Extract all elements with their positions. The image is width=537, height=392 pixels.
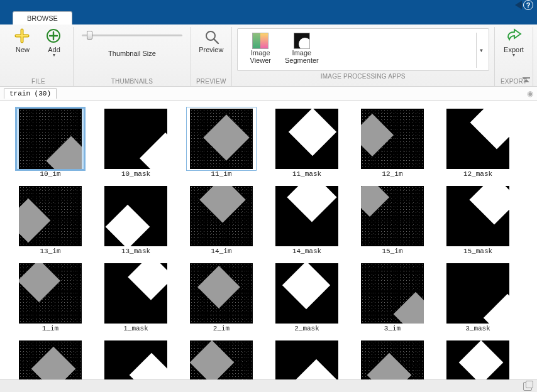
app-image-viewer[interactable]: Image Viewer bbox=[250, 33, 271, 64]
mask-thumbnail bbox=[275, 109, 338, 169]
thumbnail-cell[interactable]: 3_im bbox=[352, 261, 433, 332]
thumbnail-cell[interactable]: 11_mask bbox=[267, 107, 347, 178]
diamond-shape bbox=[203, 114, 250, 161]
thumbnail-caption: 11_mask bbox=[292, 170, 321, 178]
tab-actions-button[interactable]: ◉ bbox=[527, 89, 533, 98]
diamond-shape bbox=[470, 109, 509, 149]
thumbnail-caption: 10_mask bbox=[121, 170, 150, 178]
thumbnail-caption: 2_mask bbox=[294, 325, 319, 332]
diamond-shape bbox=[190, 340, 234, 379]
thumbnail-cell[interactable]: 5_mask bbox=[267, 339, 347, 379]
thumbnail-area[interactable]: 10_im10_mask11_im11_mask12_im12_mask13_i… bbox=[0, 101, 537, 379]
preview-button[interactable]: Preview bbox=[197, 28, 225, 53]
thumbnail-cell[interactable]: 6_im bbox=[352, 339, 433, 379]
tab-browse[interactable]: BROWSE bbox=[13, 11, 72, 24]
thumbnail-caption: 1_im bbox=[42, 325, 58, 332]
export-button[interactable]: Export ▼ bbox=[500, 28, 528, 57]
folder-tab-train[interactable]: train (30) bbox=[4, 88, 57, 99]
mask-thumbnail bbox=[446, 340, 509, 379]
diamond-shape bbox=[46, 136, 82, 169]
mask-thumbnail bbox=[275, 263, 338, 324]
new-button[interactable]: New bbox=[9, 28, 36, 53]
thumbnail-cell[interactable]: 14_mask bbox=[267, 184, 347, 255]
mask-thumbnail bbox=[446, 109, 509, 169]
diamond-shape bbox=[19, 199, 50, 243]
image-thumbnail bbox=[190, 109, 253, 169]
image-thumbnail bbox=[19, 109, 82, 169]
window-titlebar: ? bbox=[0, 0, 537, 10]
export-arrow-icon bbox=[506, 28, 522, 45]
thumbnail-cell[interactable]: 2_mask bbox=[267, 261, 347, 332]
thumbnail-caption: 13_mask bbox=[121, 248, 150, 255]
status-bar bbox=[0, 379, 537, 392]
image-thumbnail bbox=[190, 186, 253, 246]
thumbnail-cell[interactable]: 4_im bbox=[10, 339, 91, 379]
image-thumbnail bbox=[361, 186, 424, 246]
toolstrip: New Add ▼ FILE Thumbnail Size THUMBNAILS bbox=[0, 24, 537, 87]
thumbnail-cell[interactable]: 2_im bbox=[181, 261, 262, 332]
diamond-shape bbox=[19, 263, 60, 302]
diamond-shape bbox=[287, 186, 336, 222]
image-thumbnail bbox=[361, 109, 424, 169]
thumbnail-cell[interactable]: 1_im bbox=[10, 261, 91, 332]
thumbnail-cell[interactable]: 12_mask bbox=[438, 107, 518, 178]
thumbnail-cell[interactable]: 4_mask bbox=[96, 339, 176, 379]
apps-gallery-dropdown[interactable]: ▼ bbox=[476, 33, 486, 68]
diamond-shape bbox=[106, 205, 150, 246]
thumbnail-cell[interactable]: 5_im bbox=[181, 339, 262, 379]
chevron-down-icon: ▼ bbox=[52, 53, 57, 57]
thumbnail-caption: 15_mask bbox=[463, 248, 492, 255]
thumbnail-cell[interactable]: 12_im bbox=[352, 107, 433, 178]
thumbnail-cell[interactable]: 10_im bbox=[10, 107, 91, 178]
group-preview: Preview PREVIEW bbox=[191, 27, 232, 86]
thumbnail-caption: 14_mask bbox=[292, 248, 321, 255]
thumbnail-caption: 11_im bbox=[211, 170, 231, 178]
magnifier-icon bbox=[203, 28, 219, 45]
thumbnail-caption: 2_im bbox=[213, 325, 230, 332]
diamond-shape bbox=[140, 133, 167, 169]
toolstrip-tabstrip: BROWSE bbox=[0, 10, 537, 24]
thumbnail-size-slider[interactable] bbox=[82, 31, 182, 40]
plus-yellow-icon bbox=[14, 28, 31, 45]
mask-thumbnail bbox=[446, 186, 509, 246]
preview-label: Preview bbox=[199, 46, 223, 53]
image-viewer-l2: Viewer bbox=[250, 57, 271, 64]
thumbnail-caption: 12_mask bbox=[463, 170, 492, 178]
help-button[interactable]: ? bbox=[523, 0, 533, 10]
thumbnail-cell[interactable]: 6_mask bbox=[438, 339, 518, 379]
chevron-down-icon: ▼ bbox=[512, 53, 516, 57]
dock-layout-button[interactable] bbox=[523, 382, 532, 391]
diamond-shape bbox=[130, 353, 167, 379]
diamond-shape bbox=[197, 266, 240, 308]
image-viewer-l1: Image bbox=[251, 49, 270, 57]
mask-thumbnail bbox=[275, 186, 338, 246]
thumbnail-cell[interactable]: 15_im bbox=[352, 184, 433, 255]
thumbnail-cell[interactable]: 14_im bbox=[181, 184, 262, 255]
group-file: New Add ▼ FILE bbox=[4, 27, 74, 86]
app-image-segmenter[interactable]: Image Segmenter bbox=[285, 33, 319, 64]
thumbnail-cell[interactable]: 3_mask bbox=[438, 261, 518, 332]
image-thumbnail bbox=[190, 340, 253, 379]
toolstrip-collapse-button[interactable] bbox=[522, 76, 531, 84]
image-segmenter-icon bbox=[294, 33, 310, 49]
image-thumbnail bbox=[19, 263, 82, 324]
thumbnail-cell[interactable]: 11_im bbox=[181, 107, 262, 178]
thumbnail-cell[interactable]: 1_mask bbox=[96, 261, 176, 332]
thumbnail-caption: 14_im bbox=[211, 248, 231, 255]
diamond-shape bbox=[367, 353, 412, 379]
add-button[interactable]: Add ▼ bbox=[40, 28, 68, 57]
diamond-shape bbox=[31, 347, 76, 379]
diamond-shape bbox=[282, 263, 330, 309]
image-viewer-icon bbox=[252, 33, 268, 49]
help-tab-decoration bbox=[515, 1, 522, 9]
thumbnail-caption: 3_mask bbox=[465, 325, 490, 332]
image-thumbnail bbox=[19, 186, 82, 246]
diamond-shape bbox=[289, 109, 336, 156]
thumbnail-cell[interactable]: 13_mask bbox=[96, 184, 176, 255]
thumbnail-cell[interactable]: 10_mask bbox=[96, 107, 176, 178]
group-apps: Image Viewer Image Segmenter ▼ IMAGE PRO… bbox=[232, 27, 495, 86]
thumbnail-cell[interactable]: 15_mask bbox=[438, 184, 518, 255]
thumbnail-cell[interactable]: 13_im bbox=[10, 184, 91, 255]
diamond-shape bbox=[469, 186, 509, 225]
diamond-shape bbox=[361, 114, 394, 156]
